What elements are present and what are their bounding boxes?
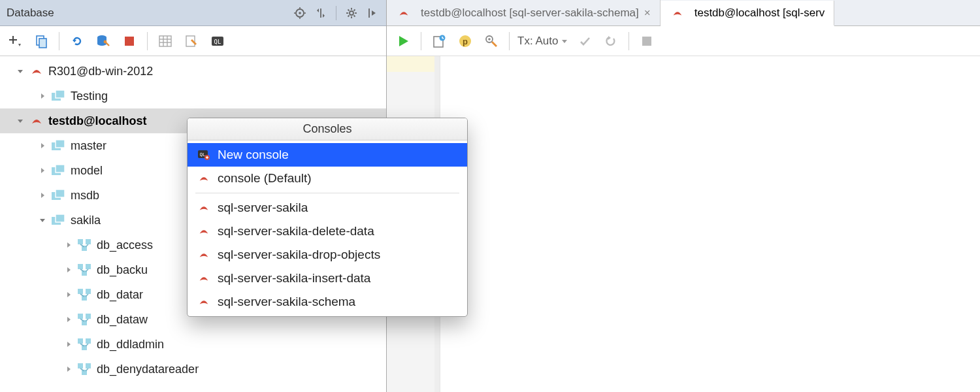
editor-tab-active[interactable]: testdb@localhost [sql-serv xyxy=(661,1,835,26)
run-icon[interactable] xyxy=(393,31,413,51)
toolbar-separator xyxy=(629,32,629,50)
edit-data-icon[interactable] xyxy=(182,31,201,51)
chevron-right-icon[interactable] xyxy=(37,165,48,176)
add-icon[interactable] xyxy=(5,31,25,51)
console-icon[interactable]: QL xyxy=(208,31,227,51)
tx-mode-dropdown[interactable]: Tx: Auto xyxy=(517,35,568,48)
role-icon xyxy=(77,237,93,253)
popup-item-new-console[interactable]: QL New console xyxy=(188,143,467,167)
chevron-right-icon[interactable] xyxy=(63,363,74,375)
popup-item-console[interactable]: sql-server-sakila-schema xyxy=(188,290,467,314)
refresh-icon[interactable] xyxy=(67,31,87,51)
commit-icon[interactable] xyxy=(575,31,595,51)
database-folder-icon xyxy=(51,88,67,104)
datasource-node[interactable]: R301@db-win-2012 xyxy=(0,59,386,84)
toolbar-separator xyxy=(421,32,421,50)
sqlserver-icon xyxy=(396,5,412,21)
chevron-down-icon[interactable] xyxy=(37,214,48,226)
editor-tabstrip: testdb@localhost [sql-server-sakila-sche… xyxy=(387,0,980,26)
current-line-highlight xyxy=(387,56,440,72)
svg-point-24 xyxy=(104,40,107,43)
table-icon[interactable] xyxy=(155,31,175,51)
sqlserver-icon xyxy=(197,248,211,262)
target-icon[interactable] xyxy=(291,5,308,22)
chevron-right-icon[interactable] xyxy=(63,239,74,251)
chevron-right-icon[interactable] xyxy=(63,338,74,350)
role-node[interactable]: db_ddladmin xyxy=(0,332,386,357)
svg-text:p: p xyxy=(463,37,468,46)
role-label: db_ddladmin xyxy=(97,338,164,351)
database-header-title: Database xyxy=(7,7,287,20)
svg-rect-35 xyxy=(56,90,65,98)
stop-icon[interactable] xyxy=(120,31,139,51)
svg-rect-39 xyxy=(56,165,65,172)
popup-item-console[interactable]: sql-server-sakila-insert-data xyxy=(188,267,467,290)
editor-pane: testdb@localhost [sql-server-sakila-sche… xyxy=(387,0,980,392)
svg-rect-49 xyxy=(78,264,83,269)
editor-tab-label: testdb@localhost [sql-serv xyxy=(694,7,825,20)
parameters-icon[interactable]: p xyxy=(455,31,475,51)
svg-line-14 xyxy=(348,15,350,16)
popup-item-label: sql-server-sakila-delete-data xyxy=(218,224,374,238)
svg-rect-65 xyxy=(86,338,91,344)
editor-toolbar: p Tx: Auto xyxy=(387,26,980,56)
sqlserver-icon xyxy=(197,171,211,186)
popup-item-label: sql-server-sakila xyxy=(218,201,308,215)
popup-item-console[interactable]: sql-server-sakila-drop-objects xyxy=(188,243,467,267)
split-icon[interactable] xyxy=(312,5,329,22)
chevron-right-icon[interactable] xyxy=(37,140,48,152)
svg-rect-54 xyxy=(78,289,83,294)
chevron-right-icon[interactable] xyxy=(63,289,74,301)
settings-wrench-icon[interactable] xyxy=(482,31,501,51)
popup-item-label: sql-server-sakila-insert-data xyxy=(218,271,370,286)
svg-rect-43 xyxy=(56,214,65,222)
role-icon xyxy=(77,312,93,327)
editor-tab[interactable]: testdb@localhost [sql-server-sakila-sche… xyxy=(387,0,661,25)
hide-icon[interactable] xyxy=(364,5,381,22)
svg-rect-44 xyxy=(78,239,83,244)
chevron-right-icon[interactable] xyxy=(37,189,48,201)
rollback-icon[interactable] xyxy=(601,31,621,51)
execution-plan-icon[interactable] xyxy=(429,31,449,51)
database-wrench-icon[interactable] xyxy=(93,31,113,51)
popup-item-label: console (Default) xyxy=(218,171,312,186)
database-folder-icon xyxy=(51,212,67,228)
role-icon xyxy=(77,361,93,377)
popup-item-console[interactable]: sql-server-sakila-delete-data xyxy=(188,220,467,243)
role-node[interactable]: db_denydatareader xyxy=(0,357,386,382)
svg-rect-25 xyxy=(125,37,134,46)
toolbar-separator-1 xyxy=(59,32,59,50)
header-separator xyxy=(336,6,336,20)
close-icon[interactable]: × xyxy=(644,7,651,20)
svg-rect-26 xyxy=(159,36,171,46)
svg-rect-64 xyxy=(78,338,83,344)
popup-item-default-console[interactable]: console (Default) xyxy=(188,167,467,190)
database-toolbar: QL xyxy=(0,26,386,56)
svg-rect-41 xyxy=(56,189,65,197)
schema-label: sakila xyxy=(71,214,101,227)
svg-rect-20 xyxy=(39,39,46,48)
gear-icon[interactable] xyxy=(343,5,360,22)
schema-node[interactable]: Testing xyxy=(0,84,386,108)
chevron-down-icon[interactable] xyxy=(14,65,26,77)
sqlserver-icon xyxy=(197,271,211,286)
chevron-down-icon[interactable] xyxy=(14,115,26,127)
chevron-right-icon[interactable] xyxy=(63,314,74,325)
chevron-right-icon[interactable] xyxy=(37,90,48,102)
popup-item-console[interactable]: sql-server-sakila xyxy=(188,196,467,220)
sqlserver-icon xyxy=(29,63,44,79)
editor-body[interactable] xyxy=(387,56,980,392)
database-folder-icon xyxy=(51,138,67,154)
duplicate-icon[interactable] xyxy=(31,31,51,51)
role-icon xyxy=(77,336,93,352)
cancel-query-icon[interactable] xyxy=(637,31,657,51)
popup-separator xyxy=(195,193,459,193)
popup-list: QL New console console (Default) sql-ser… xyxy=(188,140,467,316)
toolbar-separator xyxy=(509,32,510,50)
role-label: db_datar xyxy=(97,288,143,302)
svg-point-7 xyxy=(350,11,353,15)
svg-rect-55 xyxy=(86,289,91,294)
chevron-right-icon[interactable] xyxy=(63,264,74,276)
popup-item-label: sql-server-sakila-schema xyxy=(218,295,355,309)
tx-mode-label: Tx: Auto xyxy=(517,35,558,48)
